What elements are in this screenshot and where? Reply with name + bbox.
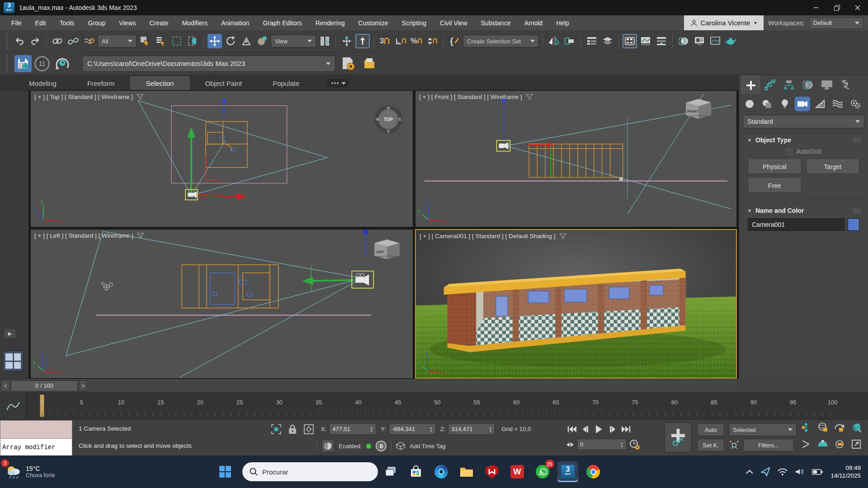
- select-and-rotate-button[interactable]: [223, 34, 238, 48]
- project-settings-button[interactable]: [338, 54, 358, 74]
- ribbon-config-button[interactable]: [326, 79, 350, 88]
- viewport-label-camera[interactable]: [ + ] [ Camera001 ] [ Standard ] [ Defau…: [420, 233, 566, 239]
- viewport-label-top[interactable]: [ + ] [ Top ] [ Standard ] [ Wireframe ]: [34, 94, 144, 100]
- track-bar[interactable]: 0510152025303540455055606570758085909510…: [0, 392, 868, 419]
- toggle-scene-explorer-button[interactable]: [585, 34, 599, 48]
- key-filters-icon[interactable]: [729, 440, 740, 450]
- start-button[interactable]: [215, 461, 236, 482]
- toggle-layer-explorer-button[interactable]: [600, 34, 615, 48]
- object-color-swatch[interactable]: [848, 218, 859, 231]
- close-button[interactable]: [847, 0, 868, 15]
- tab-selection[interactable]: Selection: [130, 76, 190, 90]
- keyboard-shortcut-override-button[interactable]: [355, 34, 370, 48]
- maxscript-mini-listener[interactable]: Array modifier: [0, 420, 72, 455]
- maxscript-macro-recorder[interactable]: [0, 421, 72, 439]
- isolate-selection-button[interactable]: [270, 423, 282, 435]
- object-name-field[interactable]: Camera001: [748, 218, 845, 231]
- z-coordinate-field[interactable]: 314,471▲▼: [448, 423, 495, 435]
- spinner-icon[interactable]: ▲▼: [620, 441, 623, 448]
- category-cameras[interactable]: [795, 97, 810, 111]
- file-explorer-button[interactable]: [456, 461, 477, 482]
- hidden-icons-chevron[interactable]: [746, 469, 753, 474]
- go-to-end-button[interactable]: [620, 423, 632, 435]
- redo-button[interactable]: [28, 34, 42, 48]
- next-frame-key-button[interactable]: [607, 423, 618, 435]
- select-by-name-button[interactable]: [154, 34, 168, 48]
- viewport-top[interactable]: yxz [ + ] [ Top ] [ Standard ] [ Wirefra…: [30, 90, 413, 227]
- set-key-mode-button[interactable]: Set K.: [697, 439, 724, 451]
- autobackup-counter[interactable]: 11: [34, 56, 50, 71]
- viewcube-compass-top[interactable]: TOP N S W E: [373, 104, 403, 134]
- zoom-extents-button[interactable]: [817, 422, 829, 433]
- menu-customize[interactable]: Customize: [351, 15, 395, 30]
- render-setup-button[interactable]: [692, 34, 707, 48]
- x-coordinate-field[interactable]: 477,51▲▼: [329, 423, 376, 435]
- category-lights[interactable]: [777, 97, 793, 111]
- whatsapp-button[interactable]: 25: [532, 461, 553, 482]
- tab-create[interactable]: [742, 76, 760, 94]
- menu-modifiers[interactable]: Modifiers: [175, 15, 214, 30]
- selection-lock-button[interactable]: [287, 423, 298, 435]
- menu-views[interactable]: Views: [112, 15, 142, 30]
- render-production-button[interactable]: [724, 34, 738, 48]
- tab-freeform[interactable]: Freeform: [72, 77, 130, 90]
- tab-populate[interactable]: Populate: [257, 77, 315, 90]
- menu-animation[interactable]: Animation: [214, 15, 256, 30]
- select-and-manipulate-button[interactable]: [340, 34, 354, 48]
- key-filters-button[interactable]: Filters...: [743, 439, 794, 451]
- select-link-button[interactable]: [50, 34, 65, 48]
- viewport-camera[interactable]: zxy [ + ] [ Camera001 ] [ Standard ] [ D…: [415, 229, 737, 379]
- target-camera-button[interactable]: Target: [806, 160, 860, 174]
- edit-named-selection-sets-button[interactable]: {: [447, 34, 462, 48]
- battery-icon[interactable]: [812, 469, 823, 475]
- previous-frame-button[interactable]: <: [1, 380, 10, 391]
- menu-tools[interactable]: Tools: [53, 15, 81, 30]
- select-and-place-button[interactable]: [255, 34, 269, 48]
- zoom-region-button[interactable]: [850, 422, 862, 433]
- project-folder-dropdown[interactable]: C:\Users\carol\OneDrive\Documentos\3ds M…: [82, 56, 335, 72]
- microsoft-store-button[interactable]: [406, 461, 426, 482]
- restore-button[interactable]: [826, 0, 847, 15]
- category-systems[interactable]: [848, 97, 863, 111]
- field-of-view-button[interactable]: [800, 438, 812, 450]
- minimize-button[interactable]: [806, 0, 826, 15]
- spinner-snap-toggle-button[interactable]: [425, 34, 439, 48]
- taskbar-search[interactable]: [242, 462, 378, 481]
- material-editor-button[interactable]: [676, 34, 691, 48]
- volume-icon[interactable]: [795, 468, 804, 475]
- angle-snap-toggle-button[interactable]: [393, 34, 408, 48]
- undo-button[interactable]: [12, 34, 27, 48]
- menu-arnold[interactable]: Arnold: [518, 15, 549, 30]
- category-helpers[interactable]: [812, 97, 828, 111]
- name-color-header[interactable]: ▼ Name and Color: [743, 204, 864, 217]
- viewport-label-front[interactable]: [ + ] [ Front ] [ Standard ] [ Wireframe…: [419, 94, 533, 100]
- tab-display[interactable]: [818, 76, 836, 94]
- menu-help[interactable]: Help: [549, 15, 576, 30]
- maximize-viewport-toggle-button[interactable]: [850, 438, 862, 450]
- workspace-dropdown[interactable]: Default: [809, 17, 863, 29]
- tab-utilities[interactable]: [837, 76, 855, 94]
- percent-snap-toggle-button[interactable]: %: [409, 34, 424, 48]
- schematic-view-button[interactable]: [654, 34, 669, 48]
- free-camera-button[interactable]: Free: [748, 178, 802, 193]
- menu-create[interactable]: Create: [142, 15, 175, 30]
- search-input[interactable]: [262, 468, 353, 476]
- save-file-button[interactable]: [14, 55, 32, 72]
- select-and-move-button[interactable]: [208, 34, 222, 48]
- dolly-camera-button[interactable]: [800, 422, 812, 433]
- mirror-button[interactable]: [547, 34, 561, 48]
- 3dsmax-taskbar-button[interactable]: 3MAX: [557, 461, 578, 482]
- use-pivot-center-button[interactable]: [317, 34, 332, 48]
- mcafee-button[interactable]: [481, 461, 502, 482]
- toolbar-grip[interactable]: [6, 33, 8, 49]
- category-shapes[interactable]: [760, 97, 775, 111]
- add-time-tag[interactable]: Add Time Tag: [410, 443, 445, 450]
- taskbar-clock[interactable]: 09:49 14/11/2025: [830, 464, 861, 479]
- viewport-layout-tabs-button[interactable]: [3, 351, 24, 371]
- category-geometry[interactable]: [742, 97, 757, 111]
- menu-edit[interactable]: Edit: [28, 15, 53, 30]
- expand-side-panel-button[interactable]: ▶: [4, 328, 16, 339]
- toggle-ribbon-button[interactable]: [623, 34, 637, 48]
- snaps-toggle-button[interactable]: 3: [377, 34, 392, 48]
- maxscript-listener-line[interactable]: Array modifier: [0, 439, 72, 455]
